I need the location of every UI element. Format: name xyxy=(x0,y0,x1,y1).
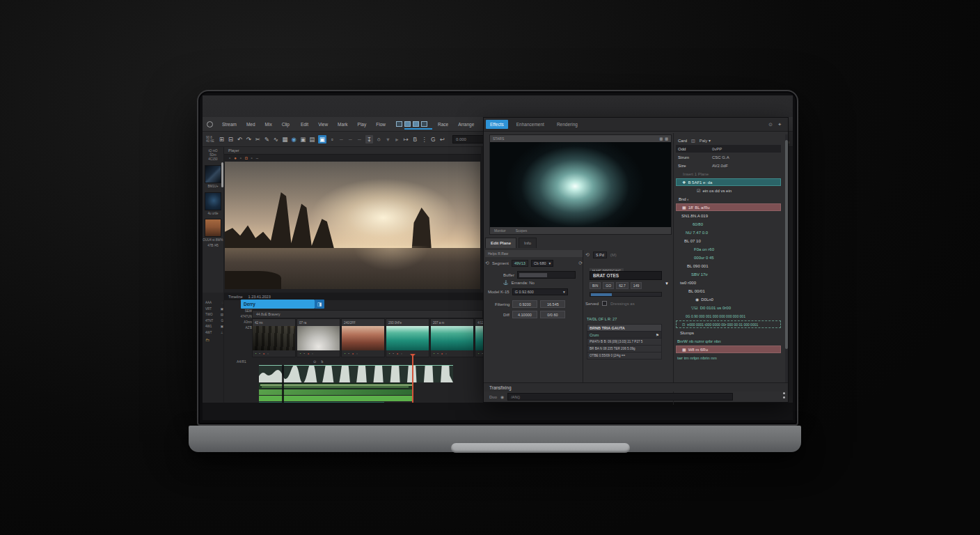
dredging-button[interactable]: GO xyxy=(603,282,614,289)
clip-card[interactable]: 293 0hFe ▪ ▪ ● ▫ xyxy=(386,318,429,357)
toolbar-icon[interactable]: ▣ xyxy=(300,136,306,143)
track-control-row[interactable]: 4WT ⊥ xyxy=(205,331,223,334)
viewer-tab[interactable]: Player xyxy=(228,148,239,153)
lock-icon[interactable]: ▪ xyxy=(393,352,393,355)
property-row[interactable]: Size AV2.0dF xyxy=(676,162,781,169)
property-row[interactable]: SN1.8N.A 019 xyxy=(676,212,781,219)
bin-thumbnail-image[interactable] xyxy=(205,192,221,210)
menu-item[interactable]: Race xyxy=(433,121,453,128)
property-row[interactable]: ❖ B 5AF1 e: da xyxy=(676,178,781,186)
enabled-icon[interactable]: ▪ xyxy=(434,352,434,355)
mode-dropdown[interactable]: Paly ▾ xyxy=(700,138,711,143)
toolbar-icon[interactable]: ∿ xyxy=(273,136,279,143)
toolbar-icon[interactable]: ⊞ xyxy=(219,136,225,143)
toolbar-icon[interactable]: ▾ xyxy=(385,136,391,143)
grid-icon[interactable]: ▥ xyxy=(660,137,663,141)
layout-toggle-icon[interactable] xyxy=(404,121,411,127)
track-control-icon[interactable]: ▤ xyxy=(221,313,223,316)
bin-thumb-item[interactable]: BM1U+ xyxy=(205,162,221,189)
dredging-button[interactable]: 62.7 xyxy=(616,282,629,289)
track-control-row[interactable]: VRT ▣ xyxy=(205,307,223,311)
property-row[interactable]: Odd 0vPP xyxy=(676,145,781,153)
property-row[interactable]: ◉ D0Ln0 xyxy=(676,295,781,303)
property-row[interactable]: ▽⊡ D0 0101 us 0r00 xyxy=(676,304,781,311)
clip-card[interactable]: 207 a m ▪ ▪ ● ▫ xyxy=(430,318,474,357)
property-row[interactable]: SBV 17tr xyxy=(676,270,781,278)
property-row[interactable]: ▦ W8 m 6Ru xyxy=(676,346,781,353)
property-row[interactable]: Strum CSC G.A xyxy=(676,153,781,161)
toolbar-icon[interactable]: ✂ xyxy=(255,136,261,143)
panel-scrollbar[interactable] xyxy=(785,134,788,382)
property-row[interactable]: tw0 r000 xyxy=(676,279,781,286)
toolbar-icon[interactable]: ✎ xyxy=(264,136,270,143)
bin-thumbnail-image[interactable] xyxy=(205,165,221,183)
property-row[interactable]: BL 090 001 xyxy=(676,262,781,270)
dredging-button[interactable]: 149 xyxy=(631,282,642,289)
preview-footer-label[interactable]: Monitor xyxy=(494,228,506,233)
toolbar-icon[interactable]: – xyxy=(347,136,354,143)
property-row[interactable]: ☑ ein os dd vs ein xyxy=(676,187,781,194)
buffer-input[interactable] xyxy=(517,271,576,279)
status-input[interactable] xyxy=(507,393,733,401)
property-row[interactable]: F0a on r60 xyxy=(676,245,781,253)
refresh-icon[interactable]: ⟲ xyxy=(585,252,590,258)
track-control-row[interactable]: AAA ◌ xyxy=(205,301,223,304)
record-icon[interactable]: ● xyxy=(263,352,264,355)
track-label[interactable]: A3nm xyxy=(224,320,252,325)
property-row[interactable]: ▦ 18' BL a/Ru xyxy=(676,203,781,211)
viewer-tool-icon[interactable]: – xyxy=(256,156,258,160)
track-control-icon[interactable]: G xyxy=(221,319,223,323)
filter-icon[interactable]: ▼ xyxy=(665,281,669,286)
property-row[interactable]: twr trn nrlpn nbrin nm xyxy=(676,354,781,362)
mute-icon[interactable]: ▫ xyxy=(445,352,446,355)
property-row[interactable]: ⊡ tr000 0001 t000 0000 00r 000 00 01 000… xyxy=(676,320,781,328)
dredging-button[interactable]: BIN xyxy=(590,282,601,289)
pin-icon[interactable]: ✦ xyxy=(777,122,782,127)
toolbar-icon[interactable]: ◉ xyxy=(291,136,297,143)
toolbar-icon[interactable]: ↶ xyxy=(237,136,243,143)
viewer-scrollbar[interactable] xyxy=(221,162,223,187)
menu-item[interactable]: Clip xyxy=(277,121,294,128)
panel-grip-dots[interactable] xyxy=(783,392,785,398)
track-control-row[interactable]: TWO ▤ xyxy=(205,313,223,316)
track-label[interactable]: SEW xyxy=(224,309,252,313)
listbox-row[interactable]: BR BA N 08 235 TER 206 5.09g xyxy=(587,346,662,352)
enabled-icon[interactable]: ▪ xyxy=(300,352,301,355)
property-row[interactable]: Bnd ‹ xyxy=(676,195,781,203)
preview-canvas[interactable] xyxy=(490,142,671,227)
clip-card[interactable]: 07 ra ▪ ▪ ● ▫ xyxy=(297,318,340,357)
filtering-value-button[interactable]: 16.545 xyxy=(540,300,565,308)
menu-item[interactable]: View xyxy=(313,121,333,128)
clip-thumbnail[interactable] xyxy=(386,326,429,350)
toolbar-icon[interactable]: G xyxy=(430,136,436,143)
menu-item[interactable]: Arrange xyxy=(453,121,479,128)
viewer-tool-icon[interactable]: ▫ xyxy=(251,156,253,160)
clip-thumbnail[interactable] xyxy=(342,326,384,350)
lock-icon[interactable]: ▪ xyxy=(303,352,304,355)
segment-value[interactable]: 49V13 xyxy=(512,260,528,267)
property-row[interactable]: 60/80 xyxy=(676,220,781,228)
toolbar-icon[interactable]: ⊟ xyxy=(228,136,234,143)
property-row[interactable]: BL 07 10 xyxy=(676,237,781,245)
diff-value-button[interactable]: 0/0.60 xyxy=(540,311,565,318)
toolbar-icon[interactable]: ▤ xyxy=(309,136,315,143)
audio-track-clip[interactable] xyxy=(259,365,453,382)
property-row[interactable]: Insert 1 Plane xyxy=(676,170,781,178)
tab-effects[interactable]: Effects xyxy=(486,120,508,129)
record-icon[interactable]: ● xyxy=(352,352,354,355)
bin-thumb-item[interactable]: 4u urtle xyxy=(205,189,221,216)
enabled-icon[interactable]: ▪ xyxy=(255,352,256,355)
model-select[interactable]: G 0.92.600▾ xyxy=(512,288,568,295)
viewer-tool-icon[interactable]: ▫ xyxy=(240,156,242,160)
served-checkbox[interactable] xyxy=(602,301,607,306)
clip-thumbnail[interactable] xyxy=(253,326,295,350)
property-row[interactable]: Slumps xyxy=(676,329,781,336)
tab-info[interactable]: Info xyxy=(519,238,537,248)
clip-thumbnail[interactable] xyxy=(475,326,483,350)
timeline-tab[interactable]: Timeline xyxy=(228,295,243,299)
track-control-row[interactable]: 4W1 ▣ xyxy=(205,325,223,328)
toolbar-icon[interactable]: – xyxy=(356,136,363,143)
toolbar-icon[interactable]: ↧ xyxy=(365,135,373,144)
mute-icon[interactable]: ▫ xyxy=(401,352,402,355)
grid-icon[interactable]: ▥ xyxy=(665,137,668,141)
